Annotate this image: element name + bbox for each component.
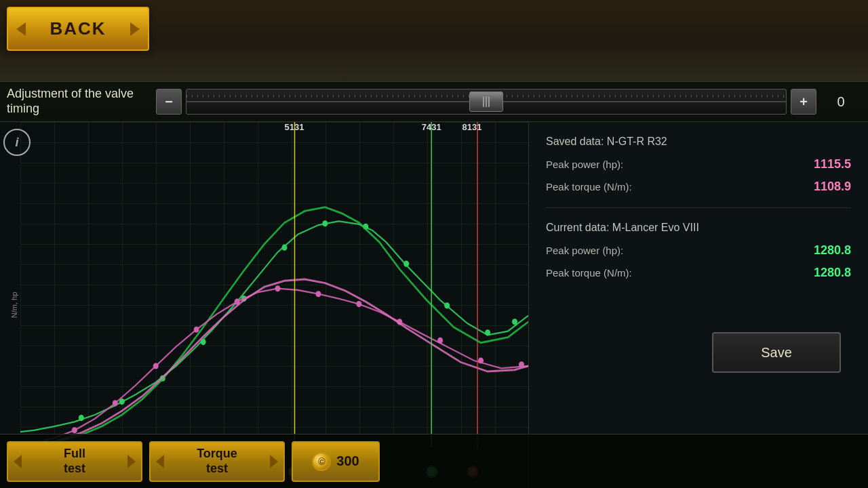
svg-point-11 — [512, 319, 517, 325]
slider-thumb[interactable] — [469, 92, 503, 112]
saved-power-value: 1115.5 — [814, 157, 851, 171]
stats-divider — [546, 207, 851, 208]
plus-icon: + — [800, 94, 808, 110]
saved-torque-value: 1108.9 — [814, 180, 851, 194]
svg-point-18 — [315, 291, 321, 297]
stats-panel: Saved data: N-GT-R R32 Peak power (hp): … — [529, 122, 868, 488]
svg-point-14 — [153, 363, 159, 369]
full-test-label: Fulltest — [27, 447, 122, 476]
coin-button[interactable]: © 300 — [292, 441, 380, 482]
svg-point-19 — [356, 301, 361, 307]
chart-svg — [20, 122, 528, 447]
coin-value: 300 — [336, 453, 359, 469]
svg-point-10 — [485, 329, 490, 336]
thumb-line-2 — [486, 96, 487, 107]
save-label: Save — [761, 345, 792, 361]
saved-data-title: Saved data: N-GT-R R32 — [546, 136, 851, 148]
torque-test-button[interactable]: Torquetest — [149, 441, 285, 482]
value-display: 0 — [821, 94, 861, 110]
slider-container[interactable] — [186, 89, 787, 115]
current-torque-row: Peak torque (N/m): 1280.8 — [546, 266, 851, 280]
torque-test-arrow-right — [264, 443, 283, 481]
saved-torque-row: Peak torque (N/m): 1108.9 — [546, 180, 851, 194]
plus-button[interactable]: + — [791, 89, 816, 115]
info-icon[interactable]: i — [3, 129, 31, 156]
current-torque-label: Peak torque (N/m): — [546, 267, 632, 279]
svg-point-22 — [478, 357, 484, 363]
svg-point-15 — [194, 327, 199, 333]
y-axis-label: N/m, hp — [10, 292, 18, 319]
svg-point-17 — [275, 285, 280, 291]
control-bar: Adjustment of the valve timing − + 0 — [0, 81, 868, 122]
saved-power-row: Peak power (hp): 1115.5 — [546, 157, 851, 171]
minus-button[interactable]: − — [156, 89, 182, 115]
svg-point-8 — [403, 261, 409, 267]
full-test-arrow-left — [8, 443, 27, 481]
save-button[interactable]: Save — [712, 332, 841, 373]
svg-point-12 — [72, 427, 77, 433]
main-content: i N/m, hp — [0, 122, 868, 488]
thumb-line-1 — [483, 96, 484, 107]
coin-icon: © — [312, 452, 331, 471]
svg-point-5 — [281, 245, 287, 251]
full-test-arrow-right — [122, 443, 141, 481]
saved-torque-label: Peak torque (N/m): — [546, 181, 632, 192]
back-label: BACK — [50, 18, 106, 39]
svg-point-9 — [444, 302, 450, 308]
minus-icon: − — [165, 94, 173, 110]
chart-area: i N/m, hp — [0, 122, 529, 488]
torque-test-arrow-left — [151, 443, 170, 481]
svg-point-13 — [113, 400, 118, 406]
current-power-value: 1280.8 — [814, 243, 851, 258]
svg-point-0 — [79, 415, 84, 421]
current-torque-value: 1280.8 — [814, 266, 851, 280]
top-bar: BACK — [7, 7, 149, 51]
back-button[interactable]: BACK — [7, 7, 149, 51]
saved-power-label: Peak power (hp): — [546, 159, 623, 170]
full-test-button[interactable]: Fulltest — [7, 441, 142, 482]
thumb-line-3 — [488, 96, 490, 107]
current-power-label: Peak power (hp): — [546, 245, 623, 256]
torque-test-label: Torquetest — [170, 447, 264, 476]
svg-point-21 — [437, 338, 443, 344]
bottom-bar: Fulltest Torquetest © 300 — [0, 434, 868, 488]
current-data-title: Current data: M-Lancer Evo VIII — [546, 222, 851, 234]
current-power-row: Peak power (hp): 1280.8 — [546, 243, 851, 258]
svg-point-6 — [322, 220, 328, 226]
control-title: Adjustment of the valve timing — [7, 87, 156, 116]
